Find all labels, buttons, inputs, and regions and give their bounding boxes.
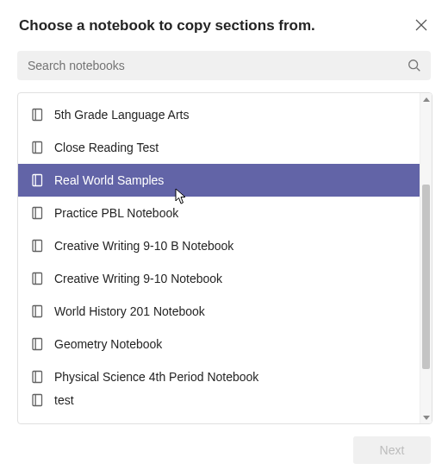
notebook-item-label: Geometry Notebook [54, 337, 162, 351]
notebook-item-label: Creative Writing 9-10 B Notebook [54, 239, 233, 253]
scroll-thumb[interactable] [422, 185, 430, 369]
scrollbar[interactable] [420, 93, 432, 423]
notebook-item[interactable]: Physical Science 4th Period Notebook [18, 360, 420, 393]
notebook-icon [30, 206, 44, 220]
notebook-icon [30, 108, 44, 122]
notebook-item[interactable]: World History 201 Notebook [18, 295, 420, 328]
scroll-down-arrow[interactable] [420, 411, 432, 423]
notebook-item-label: Close Reading Test [54, 141, 159, 154]
svg-rect-8 [33, 175, 42, 186]
notebook-icon [30, 141, 44, 154]
notebook-item-label: test [54, 393, 74, 407]
close-button[interactable] [414, 17, 429, 35]
search-icon [407, 58, 422, 73]
notebook-item[interactable]: Real World Samples [18, 164, 420, 197]
svg-rect-6 [33, 142, 42, 153]
notebook-icon [30, 239, 44, 253]
svg-rect-22 [33, 395, 42, 406]
search-field-wrap [17, 51, 431, 80]
scroll-up-arrow[interactable] [420, 93, 432, 105]
notebook-icon [30, 304, 44, 318]
notebook-list: 5th Grade Language Arts Close Reading Te… [18, 93, 420, 423]
notebook-item[interactable]: Close Reading Test [18, 131, 420, 164]
notebook-item[interactable]: Creative Writing 9-10 B Notebook [18, 229, 420, 262]
notebook-item-label: Real World Samples [54, 173, 164, 187]
svg-rect-18 [33, 339, 42, 350]
notebook-icon [30, 337, 44, 351]
dialog-title: Choose a notebook to copy sections from. [19, 17, 315, 34]
dialog-footer: Next [9, 424, 439, 464]
notebook-item[interactable]: 5th Grade Language Arts [18, 98, 420, 131]
svg-rect-16 [33, 306, 42, 317]
notebook-icon [30, 173, 44, 187]
svg-line-3 [417, 68, 420, 72]
notebook-item[interactable]: Creative Writing 9-10 Notebook [18, 262, 420, 295]
notebook-item-label: Creative Writing 9-10 Notebook [54, 272, 222, 285]
notebook-item-label: Physical Science 4th Period Notebook [54, 370, 258, 384]
svg-rect-10 [33, 208, 42, 219]
notebook-icon [30, 370, 44, 384]
svg-rect-14 [33, 273, 42, 285]
notebook-icon [30, 393, 44, 407]
notebook-icon [30, 272, 44, 285]
notebook-list-frame: 5th Grade Language Arts Close Reading Te… [17, 92, 432, 424]
next-button[interactable]: Next [353, 436, 431, 464]
notebook-item[interactable]: test [18, 393, 420, 410]
close-icon [415, 19, 427, 34]
notebook-item-label: Practice PBL Notebook [54, 206, 178, 220]
search-input[interactable] [17, 51, 431, 80]
dialog-header: Choose a notebook to copy sections from. [9, 17, 439, 35]
notebook-item[interactable]: Geometry Notebook [18, 328, 420, 360]
notebook-item-label: World History 201 Notebook [54, 304, 205, 318]
svg-rect-4 [33, 110, 42, 121]
svg-rect-12 [33, 241, 42, 252]
notebook-item-label: 5th Grade Language Arts [54, 108, 189, 122]
notebook-item[interactable]: Practice PBL Notebook [18, 197, 420, 229]
svg-point-2 [409, 60, 418, 69]
choose-notebook-dialog: Choose a notebook to copy sections from.… [0, 0, 448, 476]
svg-rect-20 [33, 372, 42, 383]
